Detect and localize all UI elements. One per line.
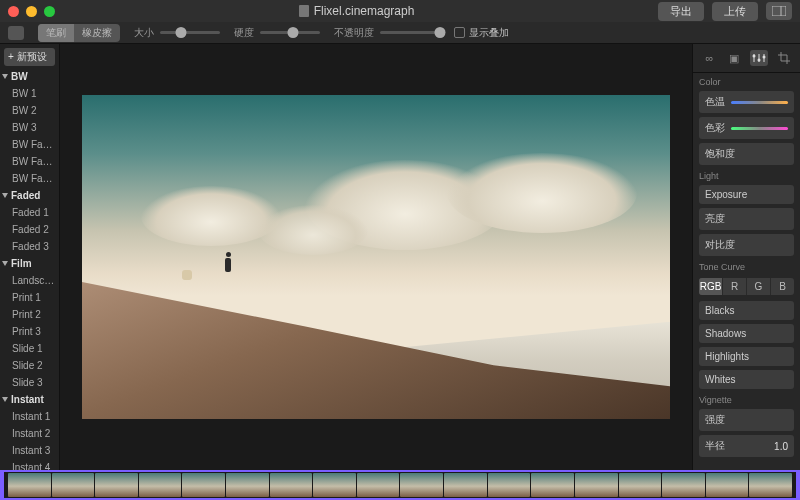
- preset-item[interactable]: BW 1: [0, 85, 59, 102]
- hardness-slider[interactable]: [260, 31, 320, 34]
- preset-item[interactable]: Instant 2: [0, 425, 59, 442]
- preset-item[interactable]: Slide 1: [0, 340, 59, 357]
- curve-channel-segment[interactable]: RGB R G B: [699, 278, 794, 295]
- preset-item[interactable]: BW Fad…: [0, 153, 59, 170]
- preset-item[interactable]: Print 2: [0, 306, 59, 323]
- svg-point-7: [762, 56, 765, 59]
- brush-eraser-segment[interactable]: 笔刷 橡皮擦: [38, 24, 120, 42]
- tone-curve-section-header: Tone Curve: [693, 258, 800, 274]
- toolbar: 笔刷 橡皮擦 大小 硬度 不透明度 显示叠加: [0, 22, 800, 44]
- preset-item[interactable]: Instant 4: [0, 459, 59, 470]
- opacity-slider[interactable]: [380, 31, 440, 34]
- document-title: Flixel.cinemagraph: [61, 4, 652, 18]
- upload-button[interactable]: 上传: [712, 2, 758, 21]
- preset-item[interactable]: Faded 3: [0, 238, 59, 255]
- image-tab-icon[interactable]: ▣: [725, 50, 743, 66]
- disclosure-icon: [2, 193, 8, 198]
- add-preset-button[interactable]: + 新预设: [4, 48, 55, 66]
- hardness-label: 硬度: [234, 26, 254, 40]
- zoom-icon[interactable]: [44, 6, 55, 17]
- preset-group-film[interactable]: Film: [0, 255, 59, 272]
- preset-item[interactable]: BW 3: [0, 119, 59, 136]
- timeline-frame[interactable]: [52, 473, 95, 497]
- overlay-checkbox[interactable]: 显示叠加: [454, 26, 509, 40]
- preset-item[interactable]: Instant 3: [0, 442, 59, 459]
- color-section-header: Color: [693, 73, 800, 89]
- curve-g[interactable]: G: [747, 278, 771, 295]
- preset-item[interactable]: BW Fad…: [0, 170, 59, 187]
- svg-point-6: [757, 59, 760, 62]
- preset-item[interactable]: Print 1: [0, 289, 59, 306]
- preset-item[interactable]: Instant 1: [0, 408, 59, 425]
- light-section-header: Light: [693, 167, 800, 183]
- preset-item[interactable]: BW 2: [0, 102, 59, 119]
- svg-rect-0: [772, 6, 786, 16]
- preset-group-faded[interactable]: Faded: [0, 187, 59, 204]
- tint-row[interactable]: 色彩: [699, 117, 794, 139]
- vignette-intensity-row[interactable]: 强度: [699, 409, 794, 431]
- preset-sidebar: + 新预设 BWBW 1BW 2BW 3BW Fad…BW Fad…BW Fad…: [0, 44, 60, 470]
- timeline-frame[interactable]: [575, 473, 618, 497]
- close-icon[interactable]: [8, 6, 19, 17]
- temperature-row[interactable]: 色温: [699, 91, 794, 113]
- inspector: ∞ ▣ Color 色温 色彩 饱和度 Light Exposure 亮度 对比…: [692, 44, 800, 470]
- preset-group-bw[interactable]: BW: [0, 68, 59, 85]
- window-controls: [8, 6, 55, 17]
- contrast-row[interactable]: 对比度: [699, 234, 794, 256]
- timeline-frame[interactable]: [139, 473, 182, 497]
- timeline-frame[interactable]: [95, 473, 138, 497]
- preset-group-instant[interactable]: Instant: [0, 391, 59, 408]
- timeline-frame[interactable]: [226, 473, 269, 497]
- preset-item[interactable]: Faded 2: [0, 221, 59, 238]
- curve-b[interactable]: B: [771, 278, 794, 295]
- timeline-frame[interactable]: [270, 473, 313, 497]
- timeline-frame[interactable]: [444, 473, 487, 497]
- tool-picker-icon[interactable]: [8, 26, 24, 40]
- brush-tab[interactable]: 笔刷: [38, 24, 74, 42]
- adjust-tab-icon[interactable]: [750, 50, 768, 66]
- vignette-radius-row[interactable]: 半径1.0: [699, 435, 794, 457]
- svg-point-5: [752, 55, 755, 58]
- timeline-frame[interactable]: [749, 473, 792, 497]
- brightness-row[interactable]: 亮度: [699, 208, 794, 230]
- timeline-frame[interactable]: [706, 473, 749, 497]
- timeline[interactable]: [0, 470, 800, 500]
- preset-item[interactable]: Print 3: [0, 323, 59, 340]
- curve-r[interactable]: R: [723, 278, 747, 295]
- timeline-frame[interactable]: [357, 473, 400, 497]
- preset-item[interactable]: Landsc…: [0, 272, 59, 289]
- timeline-frame[interactable]: [531, 473, 574, 497]
- blacks-row[interactable]: Blacks: [699, 301, 794, 320]
- curve-rgb[interactable]: RGB: [699, 278, 723, 295]
- exposure-row[interactable]: Exposure: [699, 185, 794, 204]
- opacity-label: 不透明度: [334, 26, 374, 40]
- preset-item[interactable]: BW Fad…: [0, 136, 59, 153]
- size-slider[interactable]: [160, 31, 220, 34]
- sidebar-toggle-icon[interactable]: [766, 2, 792, 20]
- disclosure-icon: [2, 397, 8, 402]
- timeline-frame[interactable]: [400, 473, 443, 497]
- preview-image[interactable]: [82, 95, 670, 419]
- document-icon: [299, 5, 309, 17]
- timeline-frame[interactable]: [8, 473, 51, 497]
- timeline-frame[interactable]: [619, 473, 662, 497]
- disclosure-icon: [2, 74, 8, 79]
- preset-item[interactable]: Faded 1: [0, 204, 59, 221]
- timeline-frame[interactable]: [313, 473, 356, 497]
- whites-row[interactable]: Whites: [699, 370, 794, 389]
- saturation-row[interactable]: 饱和度: [699, 143, 794, 165]
- preset-item[interactable]: Slide 2: [0, 357, 59, 374]
- loop-tab-icon[interactable]: ∞: [700, 50, 718, 66]
- timeline-frame[interactable]: [182, 473, 225, 497]
- minimize-icon[interactable]: [26, 6, 37, 17]
- crop-tab-icon[interactable]: [775, 50, 793, 66]
- eraser-tab[interactable]: 橡皮擦: [74, 24, 120, 42]
- timeline-frame[interactable]: [488, 473, 531, 497]
- export-button[interactable]: 导出: [658, 2, 704, 21]
- preset-item[interactable]: Slide 3: [0, 374, 59, 391]
- shadows-row[interactable]: Shadows: [699, 324, 794, 343]
- timeline-frame[interactable]: [662, 473, 705, 497]
- highlights-row[interactable]: Highlights: [699, 347, 794, 366]
- size-label: 大小: [134, 26, 154, 40]
- titlebar: Flixel.cinemagraph 导出 上传: [0, 0, 800, 22]
